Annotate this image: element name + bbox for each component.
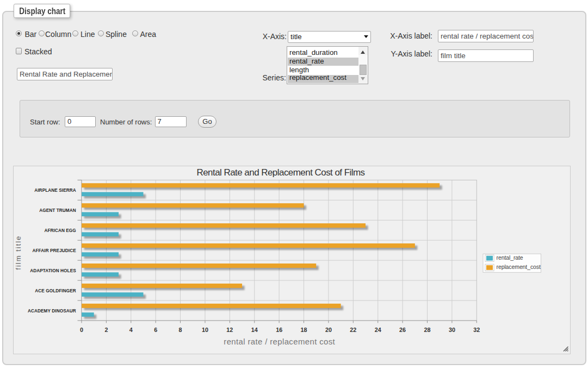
svg-text:20: 20 [325,327,332,333]
svg-text:0: 0 [80,327,83,333]
svg-text:ACADEMY DINOSAUR: ACADEMY DINOSAUR [28,309,76,313]
svg-text:2: 2 [104,327,108,333]
svg-text:AFFAIR PREJUDICE: AFFAIR PREJUDICE [32,248,76,253]
svg-text:rental_rate: rental_rate [497,254,523,261]
svg-text:16: 16 [276,327,282,333]
svg-text:rental rate / replacement cost: rental rate / replacement cost [224,337,335,346]
svg-text:4: 4 [129,327,133,333]
svg-text:32: 32 [473,327,480,333]
svg-text:18: 18 [301,327,307,333]
svg-text:26: 26 [399,327,406,333]
svg-text:ADAPTATION HOLES: ADAPTATION HOLES [30,268,76,273]
svg-text:AFRICAN EGG: AFRICAN EGG [44,228,76,233]
svg-text:replacement_cost: replacement_cost [497,264,541,270]
svg-text:AIRPLANE SIERRA: AIRPLANE SIERRA [34,188,76,193]
svg-text:6: 6 [154,327,157,333]
svg-text:14: 14 [251,327,258,333]
svg-text:28: 28 [424,327,431,333]
svg-text:30: 30 [449,327,455,333]
svg-text:film title: film title [14,235,22,270]
svg-text:Rental Rate and Replacement Co: Rental Rate and Replacement Cost of Film… [196,167,364,178]
svg-text:24: 24 [375,327,381,333]
svg-text:AGENT TRUMAN: AGENT TRUMAN [39,208,76,213]
svg-text:ACE GOLDFINGER: ACE GOLDFINGER [35,289,76,293]
svg-text:10: 10 [202,327,208,333]
svg-text:22: 22 [350,327,356,333]
svg-text:12: 12 [226,327,233,333]
svg-text:8: 8 [179,327,182,333]
